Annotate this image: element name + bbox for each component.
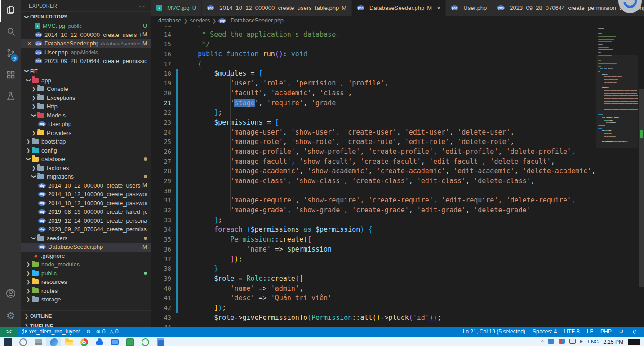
tree-folder-factories[interactable]: ❯factories [21,164,151,173]
code-line-24[interactable]: 24 'manage-user', 'show-user', 'create-u… [151,128,644,138]
tree-folder-resources[interactable]: ❯resources [21,278,151,287]
tree-file-databaseseeder-php[interactable]: phpDatabaseSeeder.phpM [21,243,151,252]
tree-folder-routes[interactable]: ❯routes [21,287,151,296]
activity-accounts-button[interactable] [0,283,21,305]
tree-folder-node-modules[interactable]: ❯node_modules [21,260,151,269]
tree-folder-seeders[interactable]: ❯seeders [21,234,151,243]
tree-file-2023-09-28-070644-create-permission-tab-[interactable]: php2023_09_28_070644_create_permission_t… [21,225,151,234]
code-line-31[interactable]: 31 'manage-require', 'show-require', 'cr… [151,196,644,206]
tree-folder-storage[interactable]: ❯storage [21,295,151,304]
tray-icon-2[interactable] [559,339,565,344]
taskbar-green-circle-app-button[interactable] [138,337,153,346]
code-line-44[interactable]: 44 [151,323,644,327]
tree-folder-app[interactable]: ❯app [21,76,151,85]
minimap[interactable] [596,26,638,327]
taskbar-green-app-button[interactable] [122,337,138,346]
code-line-27[interactable]: 27 'manage-facult', 'show-facult', 'crea… [151,157,644,167]
tree-folder-console[interactable]: ❯Console [21,85,151,94]
code-line-42[interactable]: 42 ]); [151,303,644,313]
tree-folder-database[interactable]: ❯database [21,155,151,164]
code-line-20[interactable]: 20 'facult', 'academic', 'class', [151,89,644,99]
status-lf[interactable]: LF [587,328,593,335]
code-editor[interactable]: 13 /**14 * Seed the application's databa… [151,26,644,327]
taskbar-search-button[interactable] [15,337,31,346]
tree-file-user-php[interactable]: phpUser.php [21,120,151,129]
open-editor-item[interactable]: phpUser.phpapp\Models [21,48,151,57]
taskbar-active-app-button[interactable] [46,337,61,346]
language-indicator[interactable]: ENG [587,339,599,344]
status-ln[interactable]: Ln 21, Col 19 (5 selected) [462,328,525,335]
tree-folder-exceptions[interactable]: ❯Exceptions [21,94,151,103]
code-line-30[interactable]: 30 [151,186,644,196]
tree-folder-http[interactable]: ❯Http [21,102,151,111]
sync-button[interactable]: ↻ [86,328,91,335]
tab-user-php[interactable]: phpUser.php [446,0,492,16]
taskbar-window-app-button[interactable] [107,337,122,346]
breadcrumb-segment[interactable]: seeders [190,18,210,24]
tree-file-2014-10-12-100000-create-password-reset-[interactable]: php2014_10_12_100000_create_password_res… [21,190,151,199]
code-line-21[interactable]: 21 'stage', 'require', 'grade' [151,99,644,108]
tray-icon-1[interactable] [548,339,554,344]
code-line-18[interactable]: 18 $modules = [ [151,69,644,79]
clock[interactable]: 2:15 PM [603,339,623,345]
status-utf-8[interactable]: UTF-8 [564,328,580,335]
tree-folder-migrations[interactable]: ❯migrations [21,172,151,181]
open-editor-item[interactable]: php2014_10_12_000000_create_users_table.… [21,31,151,40]
taskbar-chrome-button[interactable] [76,337,92,346]
code-line-34[interactable]: 34 foreach ($permissions as $permission)… [151,225,644,235]
tree-file-2014-10-12-100000-create-password-reset-[interactable]: php2014_10_12_100000_create_password_res… [21,199,151,208]
activity-search-button[interactable] [0,22,21,43]
code-line-15[interactable]: 15 */ [151,40,644,49]
code-line-16[interactable]: 16 public function run(): void [151,49,644,59]
close-icon[interactable]: × [437,4,440,12]
tree-folder-providers[interactable]: ❯Providers [21,129,151,138]
open-editors-header[interactable]: ❯ OPEN EDITORS [21,11,151,22]
code-line-17[interactable]: 17 { [151,59,644,69]
code-line-40[interactable]: 40 'name' => 'admin', [151,284,644,294]
status-spaces-[interactable]: Spaces: 4 [533,328,557,335]
breadcrumb[interactable]: database❯seeders❯phpDatabaseSeeder.php [151,16,644,26]
activity-extensions-button[interactable] [0,65,21,86]
activity-settings-button[interactable]: ⚙ [0,305,21,327]
timeline-header[interactable]: ❯ TIMELINE [21,321,151,327]
volume-icon[interactable] [580,340,583,343]
outline-header[interactable]: ❯ OUTLINE [21,310,151,321]
close-icon[interactable]: × [26,40,33,47]
taskbar-task-view-button[interactable] [31,337,46,346]
code-line-23[interactable]: 23 $permissions = [ [151,118,644,128]
code-line-25[interactable]: 25 'manage-role', 'show-role', 'create-r… [151,137,644,147]
breadcrumb-file[interactable]: DatabaseSeeder.php [231,18,283,24]
project-header[interactable]: ❯ FIT [21,66,151,76]
code-line-32[interactable]: 32 'manage-grade', 'show-grade', 'create… [151,206,644,216]
tab-databaseseeder-php[interactable]: phpDatabaseSeeder.phpM× [352,0,446,16]
tree-folder-public[interactable]: ❯public [21,269,151,278]
tree-file-2019-12-14-000001-create-personal-acces-[interactable]: php2019_12_14_000001_create_personal_acc… [21,216,151,225]
activity-explorer-button[interactable] [0,0,21,22]
open-editor-item[interactable]: php2023_09_28_070644_create_permission_t… [21,57,151,66]
code-line-38[interactable]: 38 } [151,264,644,274]
taskbar-blue-app-button[interactable] [153,337,168,346]
problems-item[interactable]: ⊗0 △0 [96,328,119,335]
code-line-26[interactable]: 26 'manage-profile', 'show-profile', 'cr… [151,147,644,157]
tab-2014-10-12-000000-create-users-table-php[interactable]: php2014_10_12_000000_create_users_table.… [202,0,352,16]
activity-testing-button[interactable] [0,86,21,108]
code-line-28[interactable]: 28 'manage-academic', 'show-academic', '… [151,166,644,176]
taskbar-file-explorer-button[interactable] [61,337,76,346]
open-editor-item[interactable]: ▴MVC.jpgpublicU [21,22,151,31]
tree-file--gitignore[interactable]: ◆.gitignore [21,252,151,261]
tree-file-2019-08-19-000000-create-failed-jobs-tabl-[interactable]: php2019_08_19_000000_create_failed_jobs_… [21,207,151,216]
tree-folder-models[interactable]: ❯Models [21,111,151,120]
open-editor-item[interactable]: ×phpDatabaseSeeder.phpdatabase\seedersM [21,39,151,48]
remote-indicator[interactable]: >< [0,327,17,337]
scrollbar-slider[interactable] [639,89,644,287]
notification-center-button[interactable] [628,339,640,345]
activity-source-control-button[interactable]: ◷ [0,43,21,65]
code-line-35[interactable]: 35 Permission::create([ [151,235,644,245]
tree-folder-bootstrap[interactable]: ❯bootstrap [21,137,151,146]
tree-file-2014-10-12-000000-create-users-tab-[interactable]: php2014_10_12_000000_create_users_tab...… [21,181,151,190]
code-line-13[interactable]: 13 /** [151,26,644,30]
taskbar-cloud-app-button[interactable] [92,337,107,346]
bell-icon[interactable] [632,329,638,335]
code-line-33[interactable]: 33 ]; [151,216,644,225]
code-line-43[interactable]: 43 $role->givePermissionTo(Permission::a… [151,313,644,323]
